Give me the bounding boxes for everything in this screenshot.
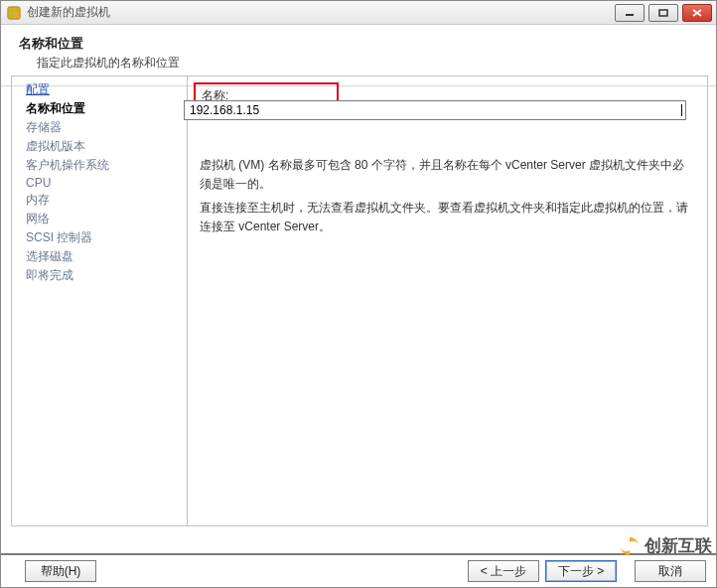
close-icon bbox=[692, 9, 702, 17]
titlebar: 创建新的虚拟机 bbox=[1, 1, 716, 25]
step-list: 配置名称和位置存储器虚拟机版本客户机操作系统CPU内存网络SCSI 控制器选择磁… bbox=[12, 80, 187, 285]
vm-name-input[interactable] bbox=[188, 102, 680, 118]
maximize-button[interactable] bbox=[648, 4, 678, 22]
minimize-button[interactable] bbox=[615, 4, 645, 22]
step-1: 名称和位置 bbox=[12, 99, 187, 118]
step-sidebar: 配置名称和位置存储器虚拟机版本客户机操作系统CPU内存网络SCSI 控制器选择磁… bbox=[11, 75, 188, 526]
window-controls bbox=[615, 4, 712, 22]
help-line-2: 直接连接至主机时，无法查看虚拟机文件夹。要查看虚拟机文件夹和指定此虚拟机的位置，… bbox=[200, 199, 695, 235]
step-6: 内存 bbox=[12, 191, 187, 210]
step-7: 网络 bbox=[12, 210, 187, 228]
step-2: 存储器 bbox=[12, 118, 187, 137]
page-title: 名称和位置 bbox=[19, 35, 704, 53]
wizard-window: 创建新的虚拟机 名称和位置 指定此虚拟机的名称和位置 配置名称和位置存储器虚拟机… bbox=[0, 0, 717, 588]
close-button[interactable] bbox=[682, 4, 712, 22]
step-10: 即将完成 bbox=[12, 266, 187, 285]
main-panel: 名称: 虚拟机 (VM) 名称最多可包含 80 个字符，并且名称在每个 vCen… bbox=[188, 75, 708, 526]
text-caret bbox=[681, 104, 682, 116]
svg-rect-3 bbox=[10, 13, 14, 17]
help-button[interactable]: 帮助(H) bbox=[25, 560, 96, 582]
svg-rect-2 bbox=[15, 8, 19, 12]
svg-rect-1 bbox=[10, 8, 14, 12]
help-line-1: 虚拟机 (VM) 名称最多可包含 80 个字符，并且名称在每个 vCenter … bbox=[200, 156, 695, 193]
body-area: 配置名称和位置存储器虚拟机版本客户机操作系统CPU内存网络SCSI 控制器选择磁… bbox=[1, 75, 716, 553]
step-4: 客户机操作系统 bbox=[12, 156, 187, 175]
help-text: 虚拟机 (VM) 名称最多可包含 80 个字符，并且名称在每个 vCenter … bbox=[200, 156, 695, 235]
minimize-icon bbox=[625, 9, 635, 17]
next-button[interactable]: 下一步 > bbox=[545, 560, 617, 582]
footer: 帮助(H) < 上一步 下一步 > 取消 bbox=[1, 553, 716, 587]
cancel-button[interactable]: 取消 bbox=[635, 560, 706, 582]
name-input-wrap[interactable] bbox=[184, 100, 686, 120]
svg-rect-5 bbox=[659, 10, 667, 16]
app-icon bbox=[7, 6, 21, 20]
window-title: 创建新的虚拟机 bbox=[27, 4, 615, 21]
step-3: 虚拟机版本 bbox=[12, 137, 187, 156]
maximize-icon bbox=[658, 9, 668, 17]
step-9: 选择磁盘 bbox=[12, 247, 187, 266]
page-subtitle: 指定此虚拟机的名称和位置 bbox=[37, 55, 704, 72]
step-5: CPU bbox=[12, 175, 187, 191]
step-0[interactable]: 配置 bbox=[12, 80, 187, 99]
step-8: SCSI 控制器 bbox=[12, 228, 187, 247]
back-button[interactable]: < 上一步 bbox=[468, 560, 539, 582]
